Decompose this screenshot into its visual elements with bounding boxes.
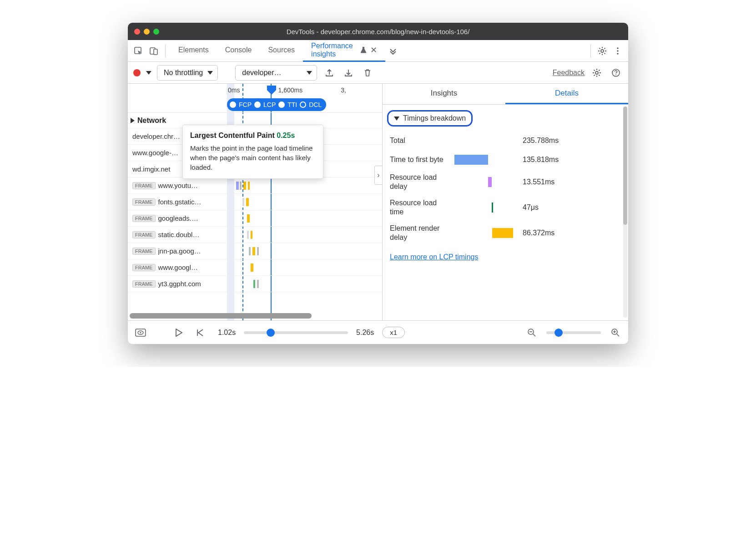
play-button[interactable] [172,326,185,339]
panel-settings-gear-icon[interactable] [590,66,604,80]
main-content: 0ms 1,600ms 3, FCP LCP TTI DCL Network [128,84,628,320]
expand-triangle-icon [131,118,135,123]
current-time: 1.02s [218,329,236,337]
maximize-window-button[interactable] [153,29,159,35]
inspect-element-icon[interactable] [131,44,145,58]
throttle-select[interactable]: No throttling [157,65,218,81]
export-icon[interactable] [323,66,336,80]
playback-speed[interactable]: x1 [382,327,405,338]
record-menu-caret-icon[interactable] [146,71,151,75]
request-bar[interactable] [247,231,249,239]
request-bar[interactable] [253,280,255,288]
tooltip-title: Largest Contentful Paint [190,132,275,139]
preview-icon[interactable] [134,326,147,339]
metric-bar-area [454,154,514,166]
feedback-link[interactable]: Feedback [553,69,585,77]
request-bar[interactable] [257,280,259,288]
seek-slider[interactable] [244,331,348,334]
scrollbar-thumb[interactable] [130,313,312,319]
titlebar: DevTools - developer.chrome.com/blog/new… [128,23,628,40]
chevron-down-icon [307,71,312,75]
metric-pill-tti[interactable]: TTI [278,101,297,108]
metric-label: Resource load delay [390,173,449,191]
tab-performance-insights[interactable]: Performance insights ✕ [303,40,385,62]
delete-icon[interactable] [361,66,374,80]
tab-console[interactable]: Console [217,40,260,62]
tab-insights[interactable]: Insights [383,84,505,104]
zoom-in-icon[interactable] [609,326,622,339]
record-button[interactable] [133,69,141,76]
timings-breakdown-toggle[interactable]: Timings breakdown [387,110,473,127]
metric-pill-lcp[interactable]: LCP [254,101,276,108]
frame-badge: FRAME [132,280,156,288]
request-bar[interactable] [242,198,244,206]
separator [590,45,591,57]
devtools-window: DevTools - developer.chrome.com/blog/new… [128,23,628,344]
request-bar[interactable] [248,182,250,190]
close-tab-button[interactable]: ✕ [370,45,377,55]
traffic-lights [134,29,159,35]
slider-thumb[interactable] [267,329,275,337]
metric-label: Total [390,136,449,145]
tab-elements[interactable]: Elements [170,40,217,62]
slider-thumb[interactable] [554,329,563,337]
metric-bar [488,177,491,187]
horizontal-scrollbar[interactable] [130,313,380,319]
network-row[interactable]: FRAMEjnn-pa.goog… [128,243,382,259]
metric-bar [492,228,513,238]
request-bar[interactable] [247,214,250,223]
network-row[interactable]: FRAMEstatic.doubl… [128,227,382,243]
request-bar[interactable] [257,247,259,255]
frame-badge: FRAME [132,231,156,238]
svg-point-12 [140,332,141,333]
request-bar[interactable] [246,198,249,206]
metric-pill-fcp[interactable]: FCP [230,101,252,108]
network-section-title: Network [137,116,166,125]
request-bar[interactable] [251,263,253,272]
more-tabs-chevron-icon[interactable] [388,44,398,58]
svg-point-5 [617,50,619,52]
settings-gear-icon[interactable] [595,44,609,58]
metric-label: Resource load time [390,198,449,217]
metric-pill-dcl[interactable]: DCL [300,101,322,108]
kebab-menu-icon[interactable] [611,44,625,58]
expand-right-button[interactable]: › [374,166,383,185]
network-row[interactable]: FRAMEyt3.ggpht.com [128,276,382,292]
metric-row: Element render delay86.372ms [383,220,628,246]
device-toggle-icon[interactable] [147,44,161,58]
tooltip-value: 0.25s [277,132,295,139]
request-bar[interactable] [252,247,255,255]
network-row[interactable]: FRAMEwww.googl… [128,259,382,276]
svg-point-9 [615,74,616,75]
request-bar[interactable] [240,182,242,190]
metric-bar [492,203,493,213]
vertical-scrollbar[interactable] [623,106,627,318]
timeline-cursor-handle[interactable] [266,85,277,95]
metric-value: 86.372ms [523,229,554,237]
rewind-button[interactable] [193,326,206,339]
tab-label: Console [225,46,252,54]
request-bar[interactable] [243,182,246,190]
network-row-label: yt3.ggpht.com [158,280,245,288]
metric-value: 135.818ms [523,156,559,164]
import-icon[interactable] [342,66,355,80]
zoom-out-icon[interactable] [525,326,538,339]
request-bar[interactable] [236,182,239,190]
tab-details[interactable]: Details [505,84,628,104]
network-row[interactable]: FRAMEgoogleads.… [128,210,382,227]
minimize-window-button[interactable] [144,29,150,35]
close-window-button[interactable] [134,29,140,35]
request-bar[interactable] [249,247,251,255]
request-bar[interactable] [251,231,252,239]
tab-sources[interactable]: Sources [260,40,303,62]
help-icon[interactable] [609,66,623,80]
network-row[interactable]: FRAMEwww.youtu… [128,177,382,194]
learn-more-link[interactable]: Learn more on LCP timings [390,253,621,261]
network-row[interactable]: FRAMEfonts.gstatic… [128,194,382,210]
metric-label: Element render delay [390,224,449,242]
scrollbar-thumb[interactable] [623,106,627,225]
page-select[interactable]: developer… [235,65,317,81]
metric-value: 235.788ms [523,137,559,145]
time-label: 0ms [228,86,240,94]
zoom-slider[interactable] [546,331,601,334]
